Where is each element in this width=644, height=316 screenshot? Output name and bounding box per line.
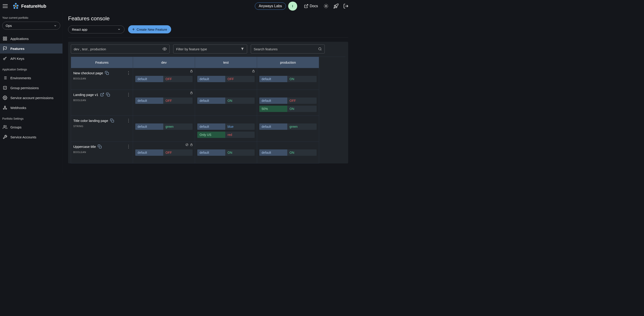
value-tag[interactable]: default OFF bbox=[259, 98, 316, 104]
wrench-icon bbox=[3, 135, 7, 139]
env-cell[interactable]: default OFF bbox=[133, 68, 195, 90]
search-features[interactable]: Search features bbox=[251, 45, 325, 54]
sidebar-item-group-permissions[interactable]: Group permissions bbox=[0, 83, 62, 93]
value-tag[interactable]: default OFF bbox=[135, 98, 192, 104]
lock-icon bbox=[190, 70, 193, 73]
svg-rect-33 bbox=[106, 73, 109, 75]
svg-point-3 bbox=[14, 7, 15, 9]
filter-icon bbox=[240, 47, 244, 51]
chevron-down-icon bbox=[54, 24, 57, 27]
tag-value: ON bbox=[225, 149, 254, 156]
more-menu-icon[interactable]: ⋮ bbox=[126, 70, 130, 75]
value-tag[interactable]: default green bbox=[259, 123, 316, 130]
create-feature-button[interactable]: + Create New Feature bbox=[128, 25, 171, 34]
topbar: FeatureHub Anyways Labs I Docs bbox=[0, 0, 354, 12]
avatar[interactable]: I bbox=[288, 2, 297, 11]
value-tag[interactable]: default ON bbox=[197, 149, 254, 156]
env-cell[interactable]: default ON bbox=[257, 142, 319, 163]
copy-icon[interactable] bbox=[98, 144, 102, 149]
env-cell[interactable]: default ON bbox=[195, 142, 257, 163]
more-menu-icon[interactable]: ⋮ bbox=[126, 144, 130, 149]
tag-value: OFF bbox=[163, 98, 192, 104]
value-tag[interactable]: default ON bbox=[259, 149, 316, 156]
feature-cell: Title color landing page ⋮ STRING bbox=[71, 116, 133, 142]
shield-icon bbox=[3, 86, 7, 90]
theme-toggle-icon[interactable] bbox=[323, 4, 329, 9]
env-cell[interactable]: default green bbox=[257, 116, 319, 142]
env-cell[interactable]: default green bbox=[133, 116, 195, 142]
sidebar-item-label: Applications bbox=[10, 37, 29, 41]
copy-icon[interactable] bbox=[105, 71, 109, 75]
env-filter[interactable]: dev , test , production bbox=[71, 45, 170, 54]
env-cell[interactable]: default OFF bbox=[195, 68, 257, 90]
value-tag[interactable]: default OFF bbox=[197, 76, 254, 82]
sidebar-item-applications[interactable]: Applications bbox=[0, 34, 62, 44]
env-cell[interactable]: default OFF 50% ON bbox=[257, 90, 319, 116]
logout-icon[interactable] bbox=[343, 4, 348, 9]
sidebar-item-service-permissions[interactable]: Service account permissions bbox=[0, 93, 62, 103]
svg-point-7 bbox=[325, 5, 327, 7]
svg-point-26 bbox=[4, 108, 4, 110]
env-cell[interactable]: default ON bbox=[195, 90, 257, 116]
copy-icon[interactable] bbox=[106, 93, 110, 97]
tag-label: default bbox=[135, 149, 163, 156]
svg-point-4 bbox=[16, 7, 18, 9]
features-table: Featuresdevtestproduction New checkout p… bbox=[71, 57, 346, 163]
tag-label: default bbox=[197, 149, 225, 156]
value-tag[interactable]: default OFF bbox=[135, 76, 192, 82]
value-tag[interactable]: default ON bbox=[259, 76, 316, 82]
value-tag[interactable]: default blue bbox=[197, 123, 254, 130]
env-cell[interactable]: default blue Only US red bbox=[195, 116, 257, 142]
sidebar-item-apikeys[interactable]: API Keys bbox=[0, 54, 62, 64]
more-menu-icon[interactable]: ⋮ bbox=[126, 92, 130, 97]
copy-icon[interactable] bbox=[110, 119, 114, 123]
sidebar-item-environments[interactable]: Environments bbox=[0, 73, 62, 83]
value-tag[interactable]: default OFF bbox=[135, 149, 192, 156]
sidebar-item-service-accounts[interactable]: Service Accounts bbox=[0, 132, 62, 142]
sidebar-item-label: Features bbox=[10, 47, 24, 51]
feature-name: Uppercase title bbox=[73, 145, 96, 149]
env-cell[interactable]: default OFF bbox=[133, 90, 195, 116]
portfolio-select[interactable]: Ops bbox=[2, 22, 60, 30]
sidebar-item-features[interactable]: Features bbox=[0, 44, 62, 54]
plus-icon: + bbox=[132, 27, 135, 32]
grid-icon bbox=[3, 36, 7, 41]
env-cell[interactable]: default OFF bbox=[133, 142, 195, 163]
feature-type: STRING bbox=[73, 125, 130, 128]
svg-line-6 bbox=[306, 5, 308, 7]
tag-label: default bbox=[197, 98, 225, 104]
docs-label: Docs bbox=[310, 4, 318, 8]
tag-value: green bbox=[287, 123, 316, 130]
tag-label: default bbox=[197, 123, 225, 130]
svg-point-28 bbox=[4, 106, 6, 107]
create-feature-label: Create New Feature bbox=[137, 28, 167, 31]
sidebar-item-label: Environments bbox=[10, 76, 31, 80]
rocket-icon[interactable] bbox=[333, 4, 339, 9]
external-link-icon[interactable] bbox=[100, 93, 104, 97]
org-chip[interactable]: Anyways Labs bbox=[255, 3, 286, 10]
svg-point-1 bbox=[13, 5, 15, 7]
sidebar-item-groups[interactable]: Groups bbox=[0, 122, 62, 132]
env-cell[interactable]: default ON bbox=[257, 68, 319, 90]
feature-cell: New checkout page ⋮ BOOLEAN bbox=[71, 68, 133, 90]
main: Features console React app + Create New … bbox=[63, 12, 354, 173]
menu-toggle[interactable] bbox=[3, 4, 8, 9]
value-tag[interactable]: Only US red bbox=[197, 132, 254, 138]
sidebar-item-webhooks[interactable]: Webhooks bbox=[0, 103, 62, 113]
value-tag[interactable]: 50% ON bbox=[259, 106, 316, 112]
svg-line-16 bbox=[6, 57, 6, 58]
flag-icon bbox=[3, 46, 7, 51]
type-filter[interactable]: Filter by feature type bbox=[173, 45, 247, 54]
logo-icon bbox=[12, 3, 20, 10]
more-menu-icon[interactable]: ⋮ bbox=[126, 118, 130, 123]
svg-point-0 bbox=[15, 3, 17, 5]
app-select[interactable]: React app bbox=[68, 26, 124, 34]
svg-point-25 bbox=[4, 97, 6, 98]
docs-link[interactable]: Docs bbox=[304, 4, 318, 8]
value-tag[interactable]: default ON bbox=[197, 98, 254, 104]
brand[interactable]: FeatureHub bbox=[12, 3, 46, 10]
feature-cell: Landing page v1 ⋮ BOOLEAN bbox=[71, 90, 133, 116]
value-tag[interactable]: default green bbox=[135, 123, 192, 130]
feature-name: Title color landing page bbox=[73, 119, 108, 123]
tag-value: ON bbox=[287, 76, 316, 82]
